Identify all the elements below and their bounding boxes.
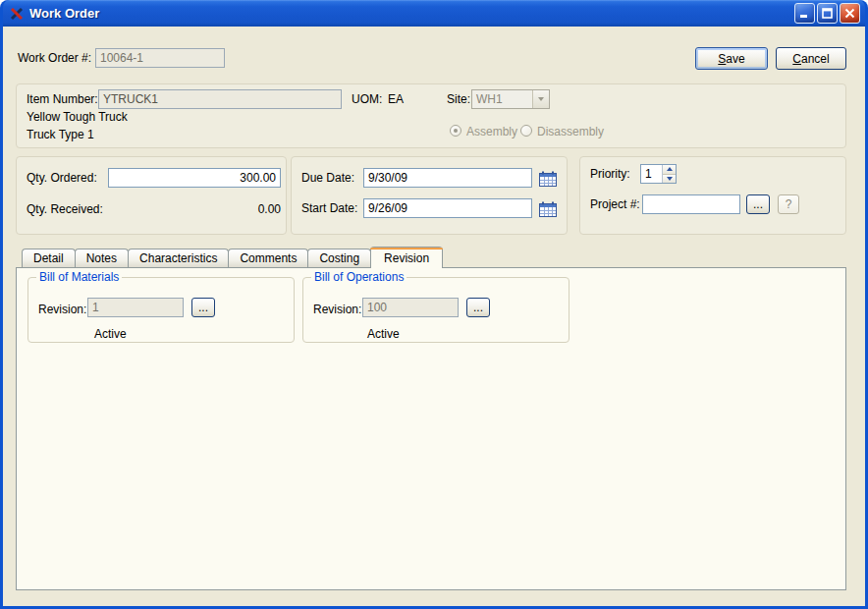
qty-received-label: Qty. Received: bbox=[27, 201, 103, 217]
bill-of-operations-caption: Bill of Operations bbox=[311, 270, 407, 285]
start-date-calendar-button[interactable] bbox=[537, 199, 559, 219]
qty-ordered-label: Qty. Ordered: bbox=[27, 170, 97, 186]
site-label: Site: bbox=[447, 91, 470, 107]
cancel-button[interactable]: Cancel bbox=[776, 47, 846, 70]
tab-bar: Detail Notes Characteristics Comments Co… bbox=[22, 247, 443, 268]
window-title: Work Order bbox=[29, 6, 792, 21]
tab-comments[interactable]: Comments bbox=[228, 249, 308, 267]
bill-of-operations-group: Bill of Operations Revision: 100 ... Act… bbox=[302, 277, 570, 343]
spin-buttons bbox=[662, 165, 676, 183]
priority-label: Priority: bbox=[590, 166, 630, 182]
boo-revision-field: 100 bbox=[362, 298, 459, 317]
boo-browse-button[interactable]: ... bbox=[466, 298, 490, 317]
start-date-input[interactable] bbox=[363, 198, 532, 218]
project-input[interactable] bbox=[642, 194, 740, 214]
minimize-button[interactable] bbox=[794, 3, 815, 24]
help-button[interactable]: ? bbox=[778, 194, 799, 214]
app-icon bbox=[9, 6, 25, 22]
priority-spinbox[interactable] bbox=[640, 164, 677, 184]
due-date-label: Due Date: bbox=[301, 170, 354, 186]
bom-status: Active bbox=[94, 326, 127, 342]
item-number-field: YTRUCK1 bbox=[98, 89, 342, 109]
project-browse-button[interactable]: ... bbox=[746, 194, 770, 214]
assembly-label: Assembly bbox=[466, 124, 517, 139]
chevron-down-icon bbox=[667, 177, 673, 181]
spin-up-button[interactable] bbox=[663, 165, 676, 174]
calendar-icon bbox=[539, 171, 558, 188]
qty-received-value: 0.00 bbox=[157, 201, 281, 217]
tab-notes[interactable]: Notes bbox=[75, 249, 129, 267]
bom-browse-button[interactable]: ... bbox=[191, 298, 215, 317]
uom-label: UOM: bbox=[352, 91, 382, 107]
chevron-down-icon bbox=[538, 97, 544, 101]
maximize-icon bbox=[822, 8, 833, 19]
site-combo-value: WH1 bbox=[472, 92, 532, 106]
close-icon bbox=[844, 8, 855, 19]
minimize-icon bbox=[799, 8, 810, 19]
project-label: Project #: bbox=[590, 196, 640, 212]
bom-revision-field: 1 bbox=[87, 298, 184, 317]
work-order-field: 10064-1 bbox=[95, 48, 225, 68]
site-combo: WH1 bbox=[471, 89, 550, 109]
item-description-line1: Yellow Tough Truck bbox=[27, 109, 128, 125]
qty-ordered-input[interactable] bbox=[108, 168, 281, 188]
start-date-label: Start Date: bbox=[301, 200, 357, 216]
bill-of-materials-group: Bill of Materials Revision: 1 ... Active bbox=[27, 277, 295, 343]
due-date-calendar-button[interactable] bbox=[537, 169, 559, 189]
save-button[interactable]: Save bbox=[695, 47, 768, 70]
item-number-label: Item Number: bbox=[27, 91, 98, 107]
disassembly-radio bbox=[520, 125, 532, 137]
tab-detail[interactable]: Detail bbox=[22, 249, 76, 267]
maximize-button[interactable] bbox=[817, 3, 838, 24]
tab-costing[interactable]: Costing bbox=[307, 249, 371, 267]
combo-dropdown-button bbox=[532, 90, 549, 108]
bom-revision-label: Revision: bbox=[38, 302, 86, 317]
priority-input[interactable] bbox=[641, 165, 662, 183]
dialog-body: Work Order #: 10064-1 Save Cancel Item N… bbox=[3, 27, 865, 606]
close-button[interactable] bbox=[840, 3, 860, 24]
work-order-label: Work Order #: bbox=[18, 50, 91, 66]
bill-of-materials-caption: Bill of Materials bbox=[36, 270, 122, 285]
work-order-window: Work Order Work Order #: 10064-1 Save Ca… bbox=[0, 0, 868, 609]
titlebar: Work Order bbox=[3, 0, 865, 27]
chevron-up-icon bbox=[667, 167, 673, 171]
tab-characteristics[interactable]: Characteristics bbox=[128, 249, 229, 267]
boo-status: Active bbox=[367, 326, 400, 342]
due-date-input[interactable] bbox=[363, 168, 532, 188]
item-description-line2: Truck Type 1 bbox=[27, 127, 94, 142]
calendar-icon bbox=[539, 201, 558, 218]
boo-revision-label: Revision: bbox=[313, 302, 361, 317]
spin-down-button[interactable] bbox=[663, 174, 676, 184]
disassembly-label: Disassembly bbox=[537, 124, 604, 139]
uom-value: EA bbox=[388, 91, 404, 107]
tab-revision[interactable]: Revision bbox=[370, 247, 443, 268]
assembly-radio bbox=[450, 125, 461, 137]
